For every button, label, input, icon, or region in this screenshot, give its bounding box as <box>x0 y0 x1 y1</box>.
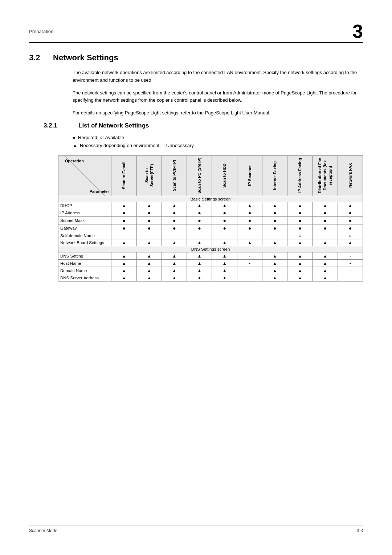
symbol-required <box>198 219 201 223</box>
symbol-triangle <box>222 203 227 208</box>
symbol-required <box>323 226 326 231</box>
symbol-triangle <box>298 240 302 245</box>
symbol-triangle <box>172 276 176 280</box>
symbol-triangle <box>273 203 277 208</box>
symbol-unnecessary <box>148 234 150 238</box>
symbol-unnecessary <box>249 276 250 280</box>
symbol-required <box>198 226 201 231</box>
col-header-3: Scan to PC (SMTP) <box>187 156 212 196</box>
symbol-triangle <box>298 254 302 258</box>
symbol-unnecessary <box>324 234 326 238</box>
symbol-available <box>349 234 352 238</box>
col-header-8: Distribution of Fax Documents (fax recep… <box>313 156 338 196</box>
symbol-required <box>248 226 251 231</box>
symbol-triangle <box>273 261 277 266</box>
symbol-triangle <box>147 203 151 208</box>
symbol-unnecessary <box>350 268 351 273</box>
table-row: Self-domain Name <box>58 232 363 239</box>
symbol-triangle <box>172 203 176 208</box>
symbol-unnecessary <box>249 234 250 238</box>
header-bar: Preparation 3 <box>29 22 363 43</box>
symbol-required <box>349 211 352 215</box>
symbol-required <box>223 219 226 223</box>
symbol-triangle <box>222 261 227 266</box>
symbol-triangle <box>298 203 302 208</box>
subsection-title: List of Network Settings <box>78 122 149 129</box>
symbol-required <box>223 226 226 231</box>
symbol-required <box>298 226 301 231</box>
symbol-unnecessary <box>350 261 351 266</box>
symbol-triangle <box>172 240 176 245</box>
symbol-required <box>323 219 326 223</box>
table-row: DHCP <box>58 202 363 209</box>
symbol-required <box>122 219 125 223</box>
symbol-triangle <box>147 254 151 258</box>
symbol-triangle <box>122 276 126 280</box>
symbol-triangle <box>323 268 327 273</box>
symbol-required <box>323 211 326 215</box>
symbol-triangle <box>172 268 176 273</box>
section-row-1: DNS Settings screen <box>58 246 363 252</box>
symbol-unnecessary <box>173 234 175 238</box>
symbol-required <box>349 219 352 223</box>
symbol-triangle <box>147 276 151 280</box>
symbol-triangle <box>348 240 352 245</box>
symbol-triangle <box>197 254 201 258</box>
symbol-required <box>122 226 125 231</box>
col-header-2: Scan to PC(FTP) <box>162 156 187 196</box>
symbol-unnecessary <box>249 261 250 266</box>
symbol-triangle <box>222 254 227 258</box>
symbol-triangle <box>147 240 151 245</box>
page: Preparation 3 3.2 Network Settings The a… <box>0 0 392 555</box>
symbol-required <box>173 226 176 231</box>
symbol-triangle <box>298 261 302 266</box>
section-title: Network Settings <box>53 53 118 62</box>
symbol-required <box>122 211 125 215</box>
symbol-required <box>273 211 276 215</box>
symbol-triangle <box>122 268 126 273</box>
section-heading: 3.2 Network Settings <box>29 53 363 62</box>
symbol-required <box>148 211 151 215</box>
symbol-unnecessary <box>350 276 351 280</box>
symbol-triangle <box>323 261 327 266</box>
subsection-heading: 3.2.1 List of Network Settings <box>29 122 363 129</box>
symbol-triangle <box>222 276 227 280</box>
para3: For details on specifying PageScope Ligh… <box>73 109 363 117</box>
symbol-triangle <box>298 276 302 280</box>
table-row: Gateway <box>58 224 363 232</box>
col-header-1: Scan to Server(FTP) <box>136 156 162 196</box>
symbol-required <box>148 226 151 231</box>
table-row: Network Board Settings <box>58 239 363 246</box>
symbol-required <box>173 219 176 223</box>
diagonal-parameter-label: Parameter <box>90 189 109 194</box>
symbol-triangle <box>197 276 201 280</box>
header-label: Preparation <box>29 29 53 34</box>
symbol-triangle <box>248 203 252 208</box>
header-number: 3 <box>352 22 363 41</box>
col-header-4: Scan to HDD <box>212 156 237 196</box>
table-row: DNS Server Address <box>58 274 363 281</box>
symbol-required <box>248 211 251 215</box>
symbol-triangle <box>273 276 277 280</box>
symbol-required <box>248 219 251 223</box>
legend: ●: Required; ○: Available ▲: Necessary d… <box>73 134 363 150</box>
symbol-unnecessary <box>199 234 200 238</box>
diagonal-header: Operation Parameter <box>58 156 111 196</box>
symbol-triangle <box>147 268 151 273</box>
symbol-unnecessary <box>274 234 275 238</box>
legend-line1: ●: Required; ○: Available <box>73 134 363 142</box>
network-settings-table: Operation Parameter Scan to E-mail Scan … <box>58 155 363 281</box>
symbol-unnecessary <box>249 254 250 258</box>
symbol-required <box>273 219 276 223</box>
symbol-triangle <box>348 203 352 208</box>
symbol-triangle <box>273 240 277 245</box>
footer-right: 3-3 <box>357 528 363 533</box>
symbol-triangle <box>197 240 201 245</box>
symbol-triangle <box>122 254 126 258</box>
symbol-unnecessary <box>224 234 225 238</box>
symbol-triangle <box>197 261 201 266</box>
symbol-triangle <box>273 254 277 258</box>
symbol-unnecessary <box>123 234 124 238</box>
symbol-required <box>298 211 301 215</box>
symbol-triangle <box>323 276 327 280</box>
